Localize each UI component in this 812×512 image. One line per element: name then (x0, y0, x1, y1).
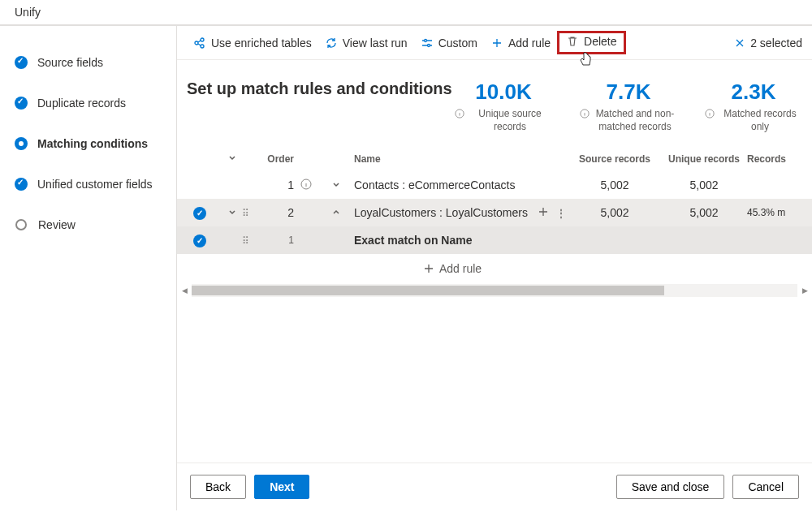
button-label: Delete (584, 35, 616, 48)
step-current-icon (15, 137, 28, 150)
stat-label-text: Unique source records (468, 108, 552, 133)
rule-sub-row[interactable]: ✓ ⠿ 1 Exact match on Name (177, 226, 812, 254)
scroll-thumb[interactable] (192, 286, 664, 295)
stat-value: 7.7K (580, 80, 677, 105)
step-label: Source fields (37, 56, 103, 69)
col-order-header[interactable]: Order (261, 153, 294, 165)
chevron-down-icon[interactable] (227, 207, 237, 217)
row-name: Contacts : eCommerceContacts (354, 179, 536, 191)
info-icon (705, 109, 715, 118)
cancel-button[interactable]: Cancel (732, 475, 799, 499)
wizard-footer: Back Next Save and close Cancel (177, 463, 812, 510)
rule-order: 1 (261, 234, 294, 246)
trash-icon (566, 35, 579, 48)
button-label: Add rule (508, 37, 551, 49)
info-icon (455, 109, 464, 118)
back-button[interactable]: Back (190, 475, 246, 499)
button-label: Custom (438, 37, 477, 49)
check-icon (15, 56, 28, 69)
svg-point-0 (195, 41, 198, 45)
svg-point-3 (424, 39, 426, 41)
check-icon (15, 178, 28, 191)
stat-unique-source: 10.0K Unique source records (455, 80, 552, 133)
add-rule-toolbar-button[interactable]: Add rule (484, 26, 557, 59)
chevron-down-icon[interactable] (331, 179, 341, 189)
view-last-run-button[interactable]: View last run (318, 26, 414, 59)
custom-button[interactable]: Custom (414, 26, 484, 59)
cursor-pointer-annotation (579, 51, 594, 67)
sliders-icon (421, 37, 434, 49)
row-order: 1 (261, 179, 294, 191)
info-icon (580, 109, 590, 118)
drag-handle-icon[interactable]: ⠿ (242, 208, 248, 219)
next-button[interactable]: Next (254, 475, 309, 499)
row-pct: 45.3% m (747, 207, 802, 218)
delete-button-highlight-annotation: Delete (557, 31, 625, 54)
row-source-records: 5,002 (568, 206, 661, 219)
table-row[interactable]: 1 Contacts : eCommerceContacts 5,002 5,0… (177, 171, 812, 199)
check-icon (15, 97, 28, 110)
add-rule-button[interactable]: Add rule (417, 259, 488, 278)
row-order: 2 (261, 206, 294, 219)
add-rule-row: Add rule (177, 254, 812, 283)
scroll-left-arrow[interactable]: ◀ (177, 283, 192, 298)
stat-value: 2.3K (705, 80, 802, 105)
step-label: Review (38, 218, 76, 231)
wizard-steps-sidebar: Source fields Duplicate records Matching… (0, 26, 176, 510)
button-label: Use enriched tables (211, 37, 312, 49)
svg-point-2 (201, 45, 204, 48)
horizontal-scrollbar[interactable]: ◀ ▶ (177, 283, 812, 298)
stat-matched-only: 2.3K Matched records only (705, 80, 802, 133)
use-enriched-tables-button[interactable]: Use enriched tables (187, 26, 318, 59)
page-title: Set up match rules and conditions (187, 80, 452, 98)
plus-icon (423, 263, 434, 274)
plus-icon[interactable] (538, 206, 549, 217)
step-label: Unified customer fields (37, 178, 153, 191)
step-matching-conditions[interactable]: Matching conditions (0, 123, 176, 164)
rule-name: Exact match on Name (354, 234, 536, 247)
chevron-up-icon[interactable] (331, 207, 341, 217)
delete-button[interactable]: Delete (559, 35, 623, 48)
svg-point-4 (427, 44, 430, 46)
stats-panel: 10.0K Unique source records 7.7K Matched… (455, 80, 802, 133)
stat-value: 10.0K (455, 80, 552, 105)
table-header: Order Name Source records Unique records… (177, 146, 812, 171)
step-unified-customer-fields[interactable]: Unified customer fields (0, 164, 176, 204)
more-menu-icon[interactable]: ⋮ (555, 207, 567, 220)
add-rule-label: Add rule (439, 262, 482, 275)
chevron-down-icon[interactable] (227, 153, 237, 162)
svg-point-1 (201, 38, 204, 41)
save-and-close-button[interactable]: Save and close (616, 475, 725, 499)
table-row[interactable]: ✓ ⠿ 2 LoyalCustomers : LoyalCustomers ⋮ … (177, 199, 812, 226)
checked-icon[interactable]: ✓ (193, 207, 206, 220)
row-source-records: 5,002 (568, 179, 661, 191)
col-name-header[interactable]: Name (354, 153, 536, 165)
row-name: LoyalCustomers : LoyalCustomers (354, 206, 536, 219)
selection-count-indicator[interactable]: 2 selected (734, 37, 802, 49)
col-records-header[interactable]: Records (747, 153, 802, 165)
plus-icon (490, 37, 503, 49)
step-source-fields[interactable]: Source fields (0, 42, 176, 83)
col-unique-header[interactable]: Unique records (661, 153, 747, 165)
share-nodes-icon (193, 37, 206, 49)
col-source-header[interactable]: Source records (568, 153, 661, 165)
stat-matched-nonmatched: 7.7K Matched and non-matched records (580, 80, 677, 133)
scroll-track[interactable] (192, 284, 797, 297)
step-label: Duplicate records (37, 97, 126, 110)
checked-icon[interactable]: ✓ (193, 234, 206, 247)
row-unique-records: 5,002 (661, 179, 747, 191)
drag-handle-icon[interactable]: ⠿ (242, 235, 248, 247)
app-header: Unify (0, 0, 812, 26)
button-label: View last run (343, 37, 408, 49)
stat-label-text: Matched records only (718, 108, 802, 133)
step-review[interactable]: Review (0, 204, 176, 245)
step-duplicate-records[interactable]: Duplicate records (0, 83, 176, 123)
row-unique-records: 5,002 (661, 206, 747, 219)
scroll-right-arrow[interactable]: ▶ (797, 283, 812, 298)
step-label: Matching conditions (37, 137, 148, 150)
refresh-icon (325, 37, 338, 49)
close-icon (734, 37, 745, 49)
info-icon[interactable] (300, 179, 312, 190)
toolbar: Use enriched tables View last run Custom… (177, 26, 812, 60)
stat-label-text: Matched and non-matched records (593, 108, 677, 133)
